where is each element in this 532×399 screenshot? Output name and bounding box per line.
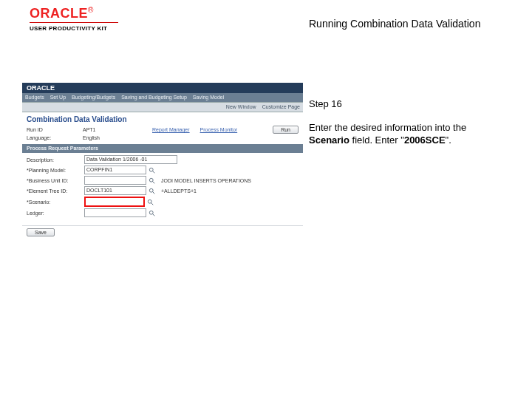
- instruction-panel: Step 16 Enter the desired information in…: [309, 98, 501, 147]
- planning-model-label: *Planning Model:: [27, 168, 84, 173]
- breadcrumb-item[interactable]: Set Up: [50, 95, 66, 100]
- business-unit-input[interactable]: [84, 176, 146, 185]
- svg-point-4: [149, 188, 153, 192]
- process-monitor-link[interactable]: Process Monitor: [200, 127, 238, 132]
- svg-point-2: [149, 178, 153, 182]
- element-tree-desc: +ALLDEPTS+1: [161, 188, 197, 194]
- lookup-icon[interactable]: [149, 177, 155, 184]
- lookup-icon[interactable]: [149, 167, 155, 174]
- app-footer: Save: [22, 225, 303, 239]
- oracle-logo-text: ORACLE: [30, 6, 88, 21]
- run-id-label: Run ID: [27, 127, 83, 132]
- instruction-text: Enter the desired information into the S…: [309, 121, 501, 147]
- app-utility-bar: New Window Customize Page: [22, 102, 303, 112]
- upk-subbrand: USER PRODUCTIVITY KIT: [30, 25, 107, 32]
- svg-point-0: [149, 168, 153, 171]
- language-row: Language: English: [22, 134, 303, 141]
- run-id-value: APT1: [83, 127, 142, 132]
- svg-line-3: [153, 181, 155, 183]
- svg-line-7: [151, 202, 154, 205]
- language-label: Language:: [27, 135, 83, 140]
- element-tree-input[interactable]: DOCLT101: [84, 186, 146, 195]
- svg-point-8: [149, 211, 153, 214]
- lookup-icon[interactable]: [149, 210, 155, 216]
- breadcrumb-item[interactable]: Saving and Budgeting Setup: [121, 95, 187, 100]
- svg-line-5: [153, 191, 155, 194]
- svg-point-6: [148, 200, 151, 203]
- parameters-panel-header: Process Request Parameters: [22, 144, 303, 153]
- lookup-icon[interactable]: [147, 199, 154, 205]
- business-unit-label: *Business Unit ID:: [27, 178, 84, 183]
- page-title: Combination Data Validation: [22, 112, 303, 125]
- app-titlebar: ORACLE: [22, 83, 303, 93]
- element-tree-label: *Element Tree ID:: [27, 188, 84, 194]
- report-manager-link[interactable]: Report Manager: [152, 127, 190, 132]
- step-label: Step 16: [309, 98, 501, 111]
- instruction-field-name: Scenario: [309, 134, 349, 146]
- upk-logo-block: ORACLE®: [30, 6, 93, 21]
- business-unit-desc: JODI MODEL INSERTS OPERATIONS: [161, 178, 251, 183]
- ledger-label: Ledger:: [27, 211, 84, 216]
- instruction-value: 2006SCE: [404, 134, 446, 146]
- parameters-form: Description: Data Validation 1/2006 -01 …: [22, 153, 303, 222]
- description-input[interactable]: Data Validation 1/2006 -01: [84, 155, 177, 164]
- run-control-row: Run ID APT1 Report Manager Process Monit…: [22, 125, 303, 134]
- scenario-label: *Scenario:: [27, 200, 84, 205]
- planning-model-input[interactable]: CORPFIN1: [84, 166, 146, 174]
- app-breadcrumb-bar: Budgets Set Up Budgeting/Budgets Saving …: [22, 93, 303, 102]
- app-frame: ORACLE Budgets Set Up Budgeting/Budgets …: [22, 83, 303, 239]
- scenario-input[interactable]: [84, 197, 145, 207]
- breadcrumb-item[interactable]: Budgeting/Budgets: [72, 95, 115, 100]
- logo-rule: [30, 22, 118, 23]
- svg-line-1: [153, 171, 155, 173]
- language-value: English: [83, 135, 142, 140]
- app-brand: ORACLE: [22, 83, 59, 93]
- svg-line-9: [153, 214, 155, 216]
- run-button[interactable]: Run: [273, 126, 299, 134]
- ledger-input[interactable]: [84, 208, 146, 217]
- customize-page-link[interactable]: Customize Page: [262, 104, 300, 109]
- breadcrumb-item[interactable]: Saving Model: [193, 95, 224, 100]
- lookup-icon[interactable]: [149, 188, 155, 194]
- oracle-logo-dot: ®: [88, 6, 93, 14]
- save-button[interactable]: Save: [27, 228, 55, 236]
- breadcrumb-item[interactable]: Budgets: [25, 95, 44, 100]
- document-title: Running Combination Data Validation: [309, 18, 480, 30]
- new-window-link[interactable]: New Window: [226, 104, 256, 109]
- description-label: Description:: [27, 157, 84, 163]
